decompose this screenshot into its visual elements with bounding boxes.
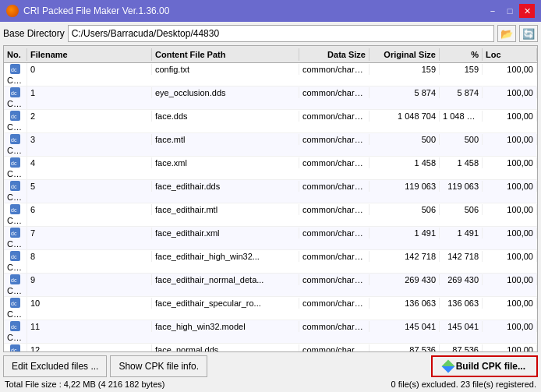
table-row[interactable]: dc 8 face_edithair_high_win32... common/… <box>4 250 537 274</box>
maximize-button[interactable]: □ <box>502 4 518 18</box>
table-row[interactable]: dc 3 face.mtl common/character0/mo... 50… <box>4 133 537 157</box>
row-origsize: 506 <box>440 204 483 215</box>
svg-text:dc: dc <box>11 348 17 351</box>
refresh-button[interactable]: 🔄 <box>519 25 538 42</box>
row-filename: config.txt <box>152 64 299 75</box>
row-icon-cell: dc <box>4 157 27 168</box>
col-header-loc: Loc <box>483 48 537 61</box>
table-row[interactable]: dc 10 face_edithair_specular_ro... commo… <box>4 297 537 320</box>
row-path: common/character0/mo... <box>299 64 370 75</box>
table-row[interactable]: dc 5 face_edithair.dds common/character0… <box>4 180 537 203</box>
table-row[interactable]: dc 9 face_edithair_normal_deta... common… <box>4 274 537 297</box>
file-table-wrapper: No. Filename Content File Path Data Size… <box>3 45 538 352</box>
row-datasize: 1 048 704 <box>370 111 440 122</box>
row-origsize: 136 063 <box>440 298 483 309</box>
row-icon-cell: dc <box>4 63 27 75</box>
svg-text:dc: dc <box>11 301 17 306</box>
folder-open-button[interactable]: 📂 <box>497 25 516 42</box>
svg-text:dc: dc <box>11 114 17 119</box>
table-row[interactable]: dc 7 face_edithair.xml common/character0… <box>4 227 537 250</box>
row-pct: 100,00 <box>483 134 537 145</box>
row-origsize: 142 718 <box>440 251 483 262</box>
svg-text:dc: dc <box>11 67 17 72</box>
close-button[interactable]: ✕ <box>519 4 535 18</box>
row-filename: face_edithair.xml <box>152 228 299 238</box>
row-pct: 100,00 <box>483 64 537 75</box>
row-pct: 100,00 <box>483 181 537 192</box>
row-icon-cell: dc <box>4 87 27 98</box>
svg-text:dc: dc <box>11 324 17 330</box>
row-filename: eye_occlusion.dds <box>152 87 299 98</box>
svg-text:dc: dc <box>11 231 17 236</box>
bottom-bar: Edit Excluded files ... Show CPK file in… <box>3 355 538 377</box>
row-icon-cell: dc <box>4 133 27 145</box>
svg-text:dc: dc <box>11 184 17 189</box>
dc-icon: dc <box>10 87 20 97</box>
status-bar: Total File size : 4,22 MB (4 216 182 byt… <box>3 380 538 389</box>
row-origsize: 500 <box>440 134 483 145</box>
row-loc: C:/U <box>4 309 27 320</box>
dc-icon: dc <box>10 64 20 74</box>
row-pct: 100,00 <box>483 251 537 262</box>
row-filename: face_normal.dds <box>152 344 299 352</box>
row-datasize: 145 041 <box>370 321 440 332</box>
row-filename: face.mtl <box>152 134 299 145</box>
row-icon-cell: dc <box>4 297 27 309</box>
dc-icon: dc <box>10 298 20 308</box>
dc-icon: dc <box>10 157 20 168</box>
dc-icon: dc <box>10 204 20 214</box>
table-row[interactable]: dc 6 face_edithair.mtl common/character0… <box>4 203 537 227</box>
row-datasize: 119 063 <box>370 181 440 192</box>
row-path: common/character0/mo... <box>299 204 370 215</box>
row-path: common/character0/mo... <box>299 87 370 98</box>
row-icon-cell: dc <box>4 227 27 238</box>
svg-text:dc: dc <box>11 277 17 283</box>
row-filename: face_high_win32.model <box>152 321 299 332</box>
base-dir-input[interactable] <box>68 25 494 42</box>
edit-excluded-button[interactable]: Edit Excluded files ... <box>3 355 107 377</box>
total-file-size: Total File size : 4,22 MB (4 216 182 byt… <box>5 380 164 389</box>
row-datasize: 506 <box>370 204 440 215</box>
svg-text:dc: dc <box>11 137 17 143</box>
col-header-no: No. <box>4 48 27 61</box>
row-filename: face_edithair_normal_deta... <box>152 274 299 285</box>
table-row[interactable]: dc 4 face.xml common/character0/mo... 1 … <box>4 157 537 180</box>
row-origsize: 159 <box>440 64 483 75</box>
row-no: 5 <box>27 181 152 192</box>
table-row[interactable]: dc 1 eye_occlusion.dds common/character0… <box>4 87 537 110</box>
table-row[interactable]: dc 2 face.dds common/character0/mo... 1 … <box>4 110 537 133</box>
row-datasize: 5 874 <box>370 87 440 98</box>
dc-icon: dc <box>10 251 20 261</box>
row-datasize: 500 <box>370 134 440 145</box>
row-path: common/character0/mo... <box>299 134 370 145</box>
row-origsize: 87 536 <box>440 344 483 352</box>
table-row[interactable]: dc 0 config.txt common/character0/mo... … <box>4 63 537 87</box>
minimize-button[interactable]: − <box>485 4 500 18</box>
table-row[interactable]: dc 11 face_high_win32.model common/chara… <box>4 320 537 344</box>
dc-icon: dc <box>10 111 20 121</box>
row-path: common/character0/mo... <box>299 111 370 122</box>
dc-icon: dc <box>10 228 20 238</box>
row-icon-cell: dc <box>4 180 27 192</box>
row-origsize: 119 063 <box>440 181 483 192</box>
col-header-filename: Filename <box>27 48 152 61</box>
row-filename: face.dds <box>152 111 299 122</box>
row-pct: 100,00 <box>483 321 537 332</box>
title-bar-left: CRI Packed File Maker Ver.1.36.00 <box>6 5 169 17</box>
title-bar-title: CRI Packed File Maker Ver.1.36.00 <box>23 5 169 16</box>
svg-text:dc: dc <box>11 90 17 96</box>
row-origsize: 1 458 <box>440 157 483 168</box>
table-row[interactable]: dc 12 face_normal.dds common/character0/… <box>4 344 537 351</box>
row-no: 8 <box>27 251 152 262</box>
show-cpk-info-button[interactable]: Show CPK file info. <box>110 355 207 377</box>
row-icon-cell: dc <box>4 320 27 332</box>
col-header-origsize: Original Size <box>370 48 440 61</box>
row-filename: face_edithair.dds <box>152 181 299 192</box>
row-icon-cell: dc <box>4 250 27 262</box>
dc-icon: dc <box>10 181 20 191</box>
row-datasize: 269 430 <box>370 274 440 285</box>
build-cpk-button[interactable]: Build CPK file... <box>431 355 538 377</box>
row-path: common/character0/mo... <box>299 228 370 238</box>
row-loc: C:/U <box>4 192 27 203</box>
row-datasize: 1 491 <box>370 228 440 238</box>
